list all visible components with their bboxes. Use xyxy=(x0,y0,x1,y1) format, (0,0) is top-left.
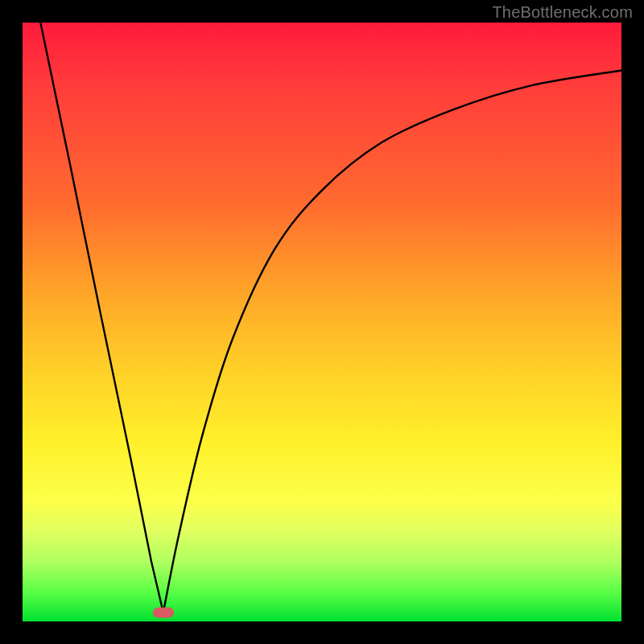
watermark-text: TheBottleneck.com xyxy=(492,3,633,22)
minimum-marker xyxy=(153,607,174,617)
bottleneck-curve xyxy=(23,23,621,621)
curve-right-branch xyxy=(163,71,621,613)
curve-left-branch xyxy=(40,23,163,613)
plot-area xyxy=(23,23,621,621)
chart-canvas: TheBottleneck.com xyxy=(0,0,644,644)
